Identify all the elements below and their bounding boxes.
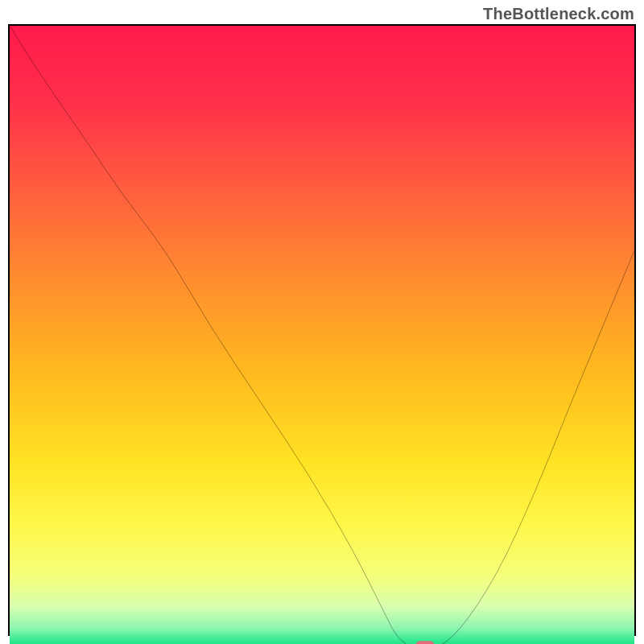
- chart-curve-layer: [10, 26, 634, 644]
- watermark-text: TheBottleneck.com: [483, 5, 634, 23]
- optimal-marker: [415, 641, 434, 644]
- bottleneck-curve-path: [10, 26, 634, 644]
- chart-frame: [8, 24, 636, 636]
